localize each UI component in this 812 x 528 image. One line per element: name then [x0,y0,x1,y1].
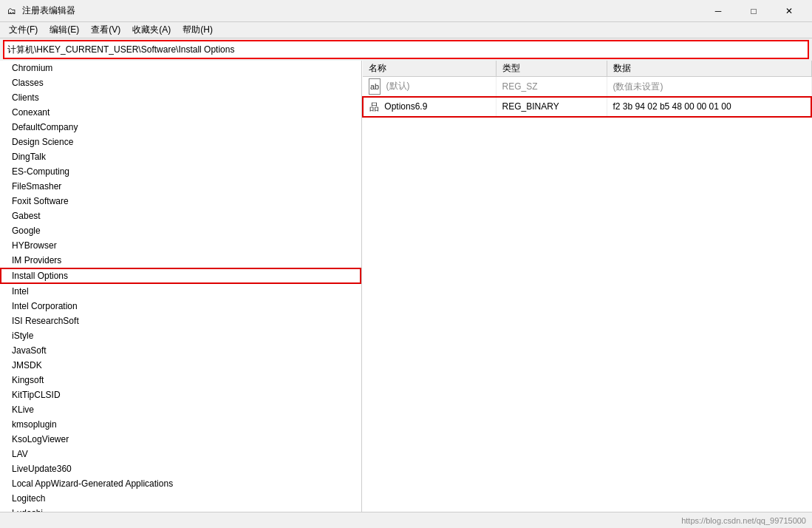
close-button[interactable]: ✕ [772,0,806,22]
tree-item-jmsdk[interactable]: JMSDK [0,358,361,373]
menu-favorites[interactable]: 收藏夹(A) [126,22,177,38]
status-link: https://blog.csdn.net/qq_99715000 [681,516,806,525]
tree-item-istyle[interactable]: iStyle [0,328,361,343]
menu-help[interactable]: 帮助(H) [177,22,219,38]
tree-item-kingsoft[interactable]: Kingsoft [0,373,361,387]
menu-file[interactable]: 文件(F) [3,22,44,38]
tree-item-conexant[interactable]: Conexant [0,105,361,120]
right-panel: 名称 类型 数据 ab (默认) REG_SZ (数值未设置) [362,61,812,528]
main-content: Chromium Classes Clients Conexant Defaul… [0,61,812,528]
app-title: 注册表编辑器 [22,4,75,17]
row-name-cell: 品 Options6.9 [363,97,496,117]
row-data-cell: f2 3b 94 02 b5 48 00 00 01 00 [607,97,811,117]
tree-item-ksologviewer[interactable]: KsoLogViewer [0,432,361,447]
tree-item-hybrowser[interactable]: HYBrowser [0,238,361,253]
tree-item-defaultcompany[interactable]: DefaultCompany [0,120,361,135]
tree-item-logitech[interactable]: Logitech [0,491,361,506]
menu-edit[interactable]: 编辑(E) [44,22,85,38]
window-controls: ─ □ ✕ [701,0,806,22]
tree-item-foxitsoftware[interactable]: Foxit Software [0,194,361,209]
tree-item-klive[interactable]: KLive [0,402,361,417]
tree-item-installoptions[interactable]: Install Options [0,268,361,284]
menu-bar: 文件(F) 编辑(E) 查看(V) 收藏夹(A) 帮助(H) [0,22,812,38]
tree-item-escomputing[interactable]: ES-Computing [0,164,361,179]
title-bar: 🗂 注册表编辑器 ─ □ ✕ [0,0,812,22]
tree-item-liveupdate360[interactable]: LiveUpdate360 [0,461,361,476]
tree-item-improviders[interactable]: IM Providers [0,253,361,268]
tree-item-filesmasher[interactable]: FileSmasher [0,179,361,194]
maximize-button[interactable]: □ [737,0,771,22]
left-panel[interactable]: Chromium Classes Clients Conexant Defaul… [0,61,362,528]
tree-item-javasoft[interactable]: JavaSoft [0,343,361,358]
tree-item-chromium[interactable]: Chromium [0,61,361,75]
registry-table: 名称 类型 数据 ab (默认) REG_SZ (数值未设置) [362,61,812,118]
tree-item-lav[interactable]: LAV [0,447,361,461]
row-data-cell: (数值未设置) [607,77,811,98]
tree-item-dingtalk[interactable]: DingTalk [0,149,361,164]
tree-item-kittipclsid[interactable]: KitTipCLSID [0,387,361,402]
tree-item-designscience[interactable]: Design Science [0,135,361,149]
row-type-cell: REG_SZ [496,77,607,98]
app-icon: 🗂 [6,5,18,17]
table-row[interactable]: ab (默认) REG_SZ (数值未设置) [363,77,811,98]
tree-item-clients[interactable]: Clients [0,90,361,105]
tree-item-intel[interactable]: Intel [0,284,361,299]
status-bar: https://blog.csdn.net/qq_99715000 [0,512,812,528]
tree-item-localappwizard[interactable]: Local AppWizard-Generated Applications [0,476,361,491]
ab-icon: ab [369,78,381,95]
tree-item-isiresearchsoft[interactable]: ISI ResearchSoft [0,314,361,328]
address-bar[interactable]: 计算机\HKEY_CURRENT_USER\Software\Install O… [3,40,809,59]
tree-item-google[interactable]: Google [0,223,361,238]
table-header-row: 名称 类型 数据 [363,61,811,77]
row-name: (默认) [386,81,410,91]
col-data[interactable]: 数据 [607,61,811,77]
address-text: 计算机\HKEY_CURRENT_USER\Software\Install O… [7,44,805,56]
binary-icon: 品 [369,100,379,115]
col-name[interactable]: 名称 [363,61,496,77]
menu-view[interactable]: 查看(V) [85,22,126,38]
row-name-cell: ab (默认) [363,77,496,98]
tree-item-classes[interactable]: Classes [0,75,361,90]
table-row[interactable]: 品 Options6.9 REG_BINARY f2 3b 94 02 b5 4… [363,97,811,117]
minimize-button[interactable]: ─ [701,0,735,22]
row-type-cell: REG_BINARY [496,97,607,117]
tree-item-gabest[interactable]: Gabest [0,209,361,223]
col-type[interactable]: 类型 [496,61,607,77]
row-name: Options6.9 [384,101,427,112]
tree-item-intelcorporation[interactable]: Intel Corporation [0,299,361,314]
tree-item-kmsoplugin[interactable]: kmsoplugin [0,417,361,432]
